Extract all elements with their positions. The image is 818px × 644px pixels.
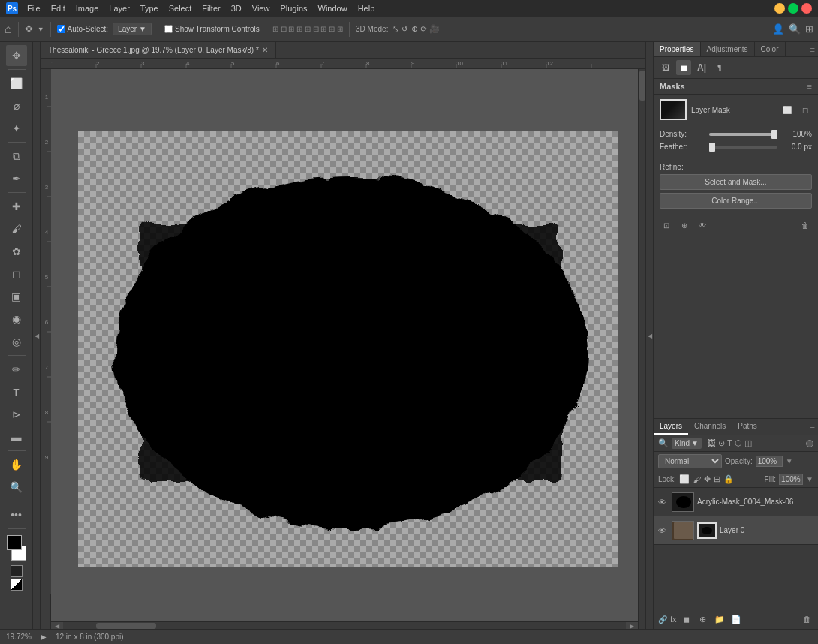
filter-adjustment-icon[interactable]: ⊙: [718, 438, 725, 448]
blur-tool[interactable]: ◉: [6, 308, 27, 330]
layer-dropdown[interactable]: Layer ▼: [113, 23, 152, 35]
menu-layer[interactable]: Layer: [104, 2, 134, 14]
lock-transparency-icon[interactable]: ⬜: [679, 474, 690, 484]
density-slider[interactable]: [709, 133, 777, 136]
menu-edit[interactable]: Edit: [47, 2, 70, 14]
filter-pixel-icon[interactable]: 🖼: [708, 438, 716, 448]
lock-artboard-icon[interactable]: ⊞: [714, 474, 720, 484]
scroll-nav-right[interactable]: ▶: [626, 622, 638, 629]
layer-link-icon[interactable]: 🔗: [658, 615, 667, 624]
text-tool[interactable]: T: [6, 381, 27, 402]
show-transform-check[interactable]: Show Transform Controls: [164, 25, 260, 33]
close-button[interactable]: [801, 3, 812, 14]
fill-arrow[interactable]: ▼: [806, 475, 813, 483]
auto-select-checkbox[interactable]: [57, 25, 65, 33]
panel-options-icon[interactable]: ≡: [807, 82, 812, 91]
brush-tool[interactable]: 🖌: [6, 218, 27, 239]
mask-toggle-icon[interactable]: 👁: [696, 218, 709, 232]
layer-new-button[interactable]: 📄: [729, 612, 743, 626]
menu-view[interactable]: View: [248, 2, 275, 14]
layer-delete-button[interactable]: 🗑: [800, 612, 813, 626]
scroll-nav-left[interactable]: ◀: [51, 622, 63, 629]
menu-type[interactable]: Type: [136, 2, 163, 14]
panel-expand[interactable]: ◀: [33, 42, 41, 629]
menu-window[interactable]: Window: [314, 2, 352, 14]
opacity-arrow[interactable]: ▼: [786, 457, 793, 465]
pen-tool[interactable]: ✏: [6, 359, 27, 380]
tab-paths[interactable]: Paths: [732, 419, 763, 435]
select-and-mask-button[interactable]: Select and Mask...: [660, 174, 812, 190]
mask-selection-icon[interactable]: ⊡: [660, 218, 673, 232]
home-icon[interactable]: ⌂: [5, 23, 12, 36]
gradient-tool[interactable]: ▣: [6, 286, 27, 307]
list-item[interactable]: 👁 Layer 0: [654, 516, 818, 545]
properties-icon-paragraph[interactable]: ¶: [712, 60, 727, 75]
mask-apply-icon[interactable]: ⊕: [678, 218, 691, 232]
color-range-button[interactable]: Color Range...: [660, 193, 812, 209]
more-tools[interactable]: •••: [6, 504, 27, 525]
lock-move-icon[interactable]: ✥: [704, 474, 711, 484]
menu-3d[interactable]: 3D: [227, 2, 246, 14]
move-tool[interactable]: ✥: [6, 45, 27, 66]
lock-brush-icon[interactable]: 🖌: [693, 475, 701, 484]
layer-mask-thumbnail-2[interactable]: [697, 522, 717, 539]
menu-filter[interactable]: Filter: [197, 2, 224, 14]
layer-visibility-1[interactable]: 👁: [658, 498, 669, 507]
magic-wand-tool[interactable]: ✦: [6, 118, 27, 139]
shape-tool[interactable]: ▬: [6, 426, 27, 447]
tab-properties[interactable]: Properties: [654, 42, 701, 56]
crop-tool[interactable]: ⧉: [6, 146, 27, 167]
swap-colors-button[interactable]: [11, 579, 23, 591]
opacity-input[interactable]: [756, 456, 783, 467]
layer-visibility-2[interactable]: 👁: [658, 526, 669, 535]
panel-menu-button[interactable]: ≡: [807, 42, 818, 56]
scrollbar-right[interactable]: [638, 69, 645, 629]
clone-tool[interactable]: ✿: [6, 241, 27, 262]
mask-delete-icon[interactable]: 🗑: [798, 218, 812, 232]
properties-icon-mask[interactable]: ◼: [676, 60, 691, 75]
lock-all-icon[interactable]: 🔒: [723, 474, 734, 484]
filter-smartobj-icon[interactable]: ◫: [744, 438, 752, 448]
filter-search-icon[interactable]: 🔍: [658, 438, 669, 448]
mask-add-vector-button[interactable]: ◻: [798, 103, 812, 116]
hand-tool[interactable]: ✋: [6, 454, 27, 475]
path-select-tool[interactable]: ⊳: [6, 404, 27, 425]
scrollbar-bottom[interactable]: ▶ ◀: [51, 621, 638, 629]
menu-file[interactable]: File: [23, 2, 45, 14]
layer-fx-button[interactable]: fx: [670, 615, 677, 624]
layers-menu-button[interactable]: ≡: [807, 419, 818, 435]
minimize-button[interactable]: [774, 3, 785, 14]
lasso-tool[interactable]: ⌀: [6, 95, 27, 116]
feather-slider-thumb[interactable]: [709, 143, 715, 152]
blend-mode-select[interactable]: Normal: [658, 454, 722, 468]
tab-channels[interactable]: Channels: [688, 419, 732, 435]
maximize-button[interactable]: [788, 3, 798, 14]
filter-toggle[interactable]: [806, 440, 813, 447]
menu-help[interactable]: Help: [353, 2, 380, 14]
properties-icon-image[interactable]: 🖼: [658, 60, 673, 75]
heal-tool[interactable]: ✚: [6, 196, 27, 217]
tab-color[interactable]: Color: [755, 42, 786, 56]
list-item[interactable]: 👁 Acrylic-Mask_0004_Mask-06: [654, 488, 818, 516]
menu-select[interactable]: Select: [164, 2, 197, 14]
eraser-tool[interactable]: ◻: [6, 263, 27, 284]
search-icon[interactable]: 🔍: [789, 23, 801, 35]
foreground-color[interactable]: [7, 535, 22, 550]
filter-kind-dropdown[interactable]: Kind ▼: [672, 438, 702, 449]
document-tab-active[interactable]: Thessaloniki - Greece 1.jpg @ 19.7% (Lay…: [41, 42, 276, 58]
layer-adjustment-button[interactable]: ⊕: [696, 612, 710, 626]
rect-select-tool[interactable]: ⬜: [6, 73, 27, 94]
fill-input[interactable]: [779, 474, 803, 485]
scrollbar-right-thumb[interactable]: [639, 71, 645, 101]
color-swatches[interactable]: [4, 535, 29, 561]
filter-text-icon[interactable]: T: [727, 438, 732, 448]
feather-slider[interactable]: [709, 146, 777, 149]
mask-add-pixel-button[interactable]: ⬜: [780, 103, 794, 116]
collapse-panel-button[interactable]: ◀: [645, 42, 653, 629]
auto-select-check[interactable]: Auto-Select:: [57, 25, 108, 33]
workspace-icon[interactable]: ⊞: [805, 23, 813, 35]
layer-mask-button[interactable]: ◼: [680, 612, 693, 626]
canvas-container[interactable]: ▶ ◀: [51, 69, 645, 629]
menu-plugins[interactable]: Plugins: [275, 2, 311, 14]
filter-shape-icon[interactable]: ⬡: [735, 438, 742, 448]
